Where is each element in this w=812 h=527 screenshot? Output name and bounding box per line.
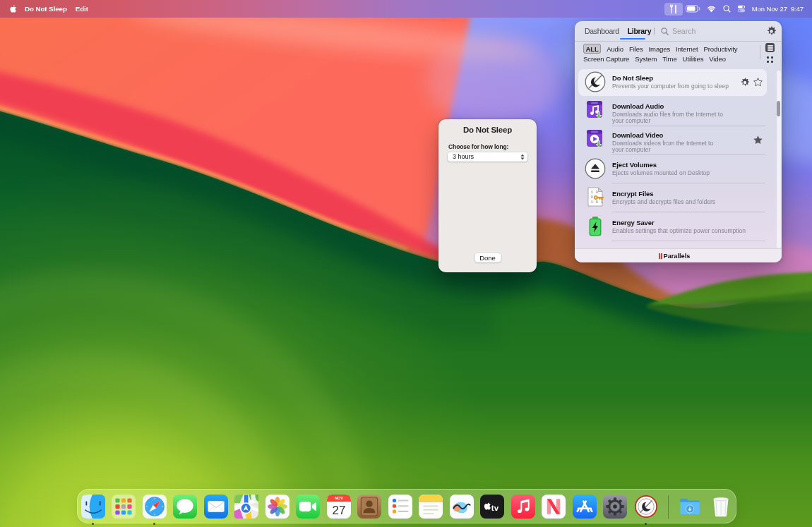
svg-text:Parallels: Parallels (663, 253, 690, 260)
svg-text:1 0 1: 1 0 1 (591, 200, 604, 205)
svg-text:tv: tv (491, 504, 499, 512)
svg-text:NOV: NOV (335, 496, 343, 500)
svg-text:0: 0 (591, 195, 594, 200)
svg-text:27: 27 (332, 504, 345, 517)
